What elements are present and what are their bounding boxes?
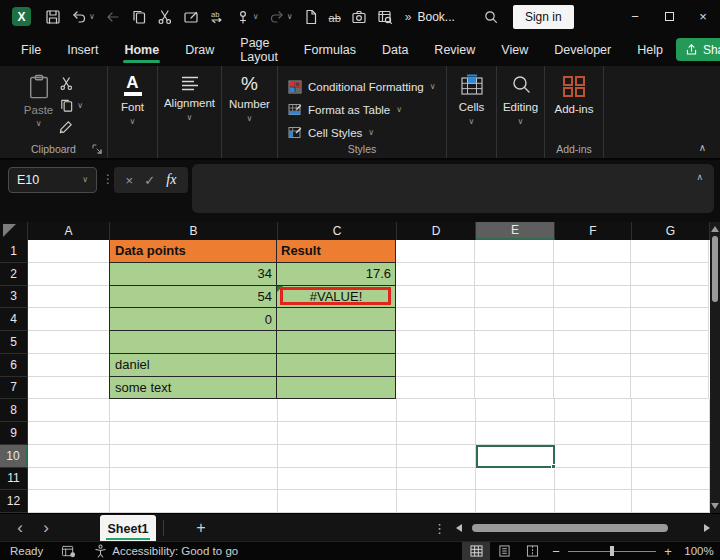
cell-B3[interactable]: 54	[109, 286, 277, 309]
cell-C10[interactable]	[278, 445, 397, 468]
row-header-2[interactable]: 2	[0, 263, 28, 286]
cell-A9[interactable]	[28, 422, 110, 445]
cancel-icon[interactable]: ×	[126, 173, 134, 188]
cell-G9[interactable]	[632, 422, 710, 445]
cut-button[interactable]	[59, 76, 83, 91]
cell-C4[interactable]	[277, 308, 396, 331]
column-header-A[interactable]: A	[28, 222, 110, 240]
cell-D6[interactable]	[396, 354, 475, 377]
page-break-view-button[interactable]	[518, 542, 546, 560]
cell-E12[interactable]	[476, 490, 555, 513]
number-group-button[interactable]: % Number ∨	[222, 66, 278, 158]
redo-icon[interactable]	[269, 9, 285, 25]
cell-G2[interactable]	[631, 263, 709, 286]
cell-E8[interactable]	[476, 399, 555, 422]
cell-D3[interactable]	[396, 286, 475, 309]
cell-C11[interactable]	[278, 468, 397, 491]
cell-G7[interactable]	[631, 377, 709, 400]
alignment-group-button[interactable]: Alignment ∨	[158, 66, 222, 158]
cut-icon[interactable]	[157, 9, 173, 25]
cell-A6[interactable]	[28, 354, 110, 377]
redo-dropdown-icon[interactable]: ∨	[287, 13, 293, 21]
cell-B11[interactable]	[110, 468, 278, 491]
sign-in-button[interactable]: Sign in	[513, 5, 574, 29]
select-all-corner[interactable]	[0, 222, 28, 240]
next-sheet-icon[interactable]: ›	[36, 514, 56, 542]
row-header-1[interactable]: 1	[0, 240, 28, 263]
cell-D11[interactable]	[397, 468, 476, 491]
cell-C1[interactable]: Result	[277, 240, 396, 263]
formula-input[interactable]: ∧	[192, 164, 714, 213]
format-painter-button[interactable]	[59, 120, 83, 135]
cell-F10[interactable]	[555, 445, 632, 468]
cell-C2[interactable]: 17.6	[277, 263, 396, 286]
cells-group-button[interactable]: Cells ∨	[447, 66, 497, 158]
conditional-formatting-button[interactable]: Conditional Formatting ∨	[288, 75, 446, 98]
tab-formulas[interactable]: Formulas	[291, 33, 369, 66]
cell-F12[interactable]	[555, 490, 632, 513]
cell-B4[interactable]: 0	[109, 308, 277, 331]
clipboard-dialog-launcher-icon[interactable]	[92, 144, 102, 154]
save-icon[interactable]	[45, 9, 61, 25]
new-file-icon[interactable]	[303, 9, 319, 25]
add-ins-button[interactable]: Add-ins Add-ins	[545, 66, 604, 158]
tab-help[interactable]: Help	[624, 33, 676, 66]
tab-data[interactable]: Data	[369, 33, 421, 66]
tab-developer[interactable]: Developer	[541, 33, 624, 66]
cell-E5[interactable]	[475, 331, 554, 354]
tab-draw[interactable]: Draw	[172, 33, 227, 66]
touch-mode-dropdown-icon[interactable]: ∨	[253, 13, 259, 21]
cell-D10[interactable]	[397, 445, 476, 468]
cell-A1[interactable]	[28, 240, 110, 263]
cell-F8[interactable]	[555, 399, 632, 422]
row-header-9[interactable]: 9	[0, 422, 28, 445]
touch-mode-icon[interactable]	[235, 9, 251, 25]
insert-function-icon[interactable]: fx	[166, 172, 176, 188]
cell-A11[interactable]	[28, 468, 110, 491]
camera-icon[interactable]	[351, 9, 367, 25]
format-as-table-button[interactable]: Format as Table ∨	[288, 98, 446, 121]
cell-F6[interactable]	[554, 354, 631, 377]
fill-handle[interactable]	[551, 464, 556, 469]
row-header-3[interactable]: 3	[0, 286, 28, 309]
cell-A8[interactable]	[28, 399, 110, 422]
cell-A5[interactable]	[28, 331, 110, 354]
cell-C6[interactable]	[277, 354, 396, 377]
cell-E6[interactable]	[475, 354, 554, 377]
cell-D9[interactable]	[397, 422, 476, 445]
cell-G11[interactable]	[632, 468, 710, 491]
tab-review[interactable]: Review	[421, 33, 488, 66]
table-search-icon[interactable]	[377, 9, 393, 25]
tab-page-layout[interactable]: Page Layout	[227, 33, 291, 66]
column-header-B[interactable]: B	[110, 222, 278, 240]
cell-F3[interactable]	[554, 286, 631, 309]
column-header-C[interactable]: C	[278, 222, 397, 240]
hscroll-right-icon[interactable]	[704, 524, 710, 532]
zoom-level[interactable]: 100%	[678, 545, 720, 557]
cell-G3[interactable]	[631, 286, 709, 309]
cell-D7[interactable]	[396, 377, 475, 400]
cell-G8[interactable]	[632, 399, 710, 422]
cell-B8[interactable]	[110, 399, 278, 422]
hscroll-left-icon[interactable]	[456, 524, 462, 532]
cell-B9[interactable]	[110, 422, 278, 445]
more-commands-icon[interactable]: »	[405, 10, 412, 24]
cell-D5[interactable]	[396, 331, 475, 354]
cell-D1[interactable]	[396, 240, 475, 263]
zoom-in-button[interactable]: +	[658, 544, 678, 559]
cell-E1[interactable]	[475, 240, 554, 263]
cell-D4[interactable]	[396, 308, 475, 331]
cell-C5[interactable]	[277, 331, 396, 354]
accessibility-status[interactable]: Accessibility: Good to go	[94, 544, 238, 558]
macro-record-icon[interactable]	[61, 545, 76, 558]
enter-icon[interactable]: ✓	[144, 173, 155, 188]
maximize-button[interactable]	[652, 0, 686, 33]
name-box-dropdown-icon[interactable]: ∨	[82, 176, 88, 184]
cell-E4[interactable]	[475, 308, 554, 331]
cell-F2[interactable]	[554, 263, 631, 286]
undo-dropdown-icon[interactable]: ∨	[89, 13, 95, 21]
cell-G1[interactable]	[631, 240, 709, 263]
row-header-12[interactable]: 12	[0, 490, 28, 513]
cell-G10[interactable]	[632, 445, 710, 468]
cell-A10[interactable]	[28, 445, 110, 468]
